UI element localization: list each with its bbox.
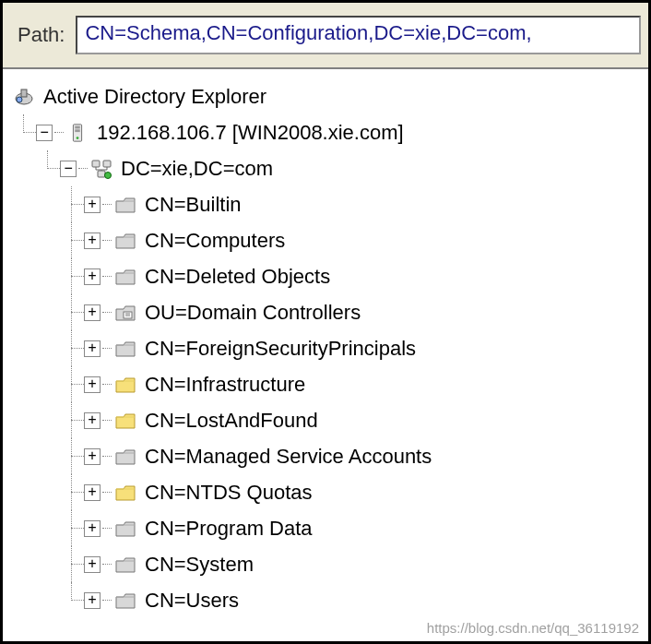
expander-plus[interactable]: + — [84, 304, 101, 321]
folder-icon — [113, 481, 137, 505]
tree-item[interactable]: +CN=Computers — [12, 222, 641, 258]
container-icon — [113, 445, 137, 469]
expander-plus[interactable]: + — [84, 340, 101, 357]
server-icon — [65, 121, 89, 145]
tree-item-label: CN=Users — [145, 590, 239, 611]
folder-icon — [113, 409, 137, 433]
tree-root[interactable]: Active Directory Explorer — [12, 78, 641, 114]
tree-item-label: CN=Managed Service Accounts — [145, 447, 432, 467]
tree-item[interactable]: +CN=Managed Service Accounts — [12, 438, 641, 474]
tree-item[interactable]: +CN=Users — [12, 582, 641, 618]
expander-plus[interactable]: + — [84, 556, 101, 573]
container-icon — [113, 337, 137, 361]
tree-item-label: CN=LostAndFound — [145, 411, 318, 431]
path-input[interactable]: CN=Schema,CN=Configuration,DC=xie,DC=com… — [76, 16, 641, 54]
tree-item[interactable]: +CN=Infrastructure — [12, 366, 641, 402]
expander-plus[interactable]: + — [84, 233, 101, 249]
expander-plus[interactable]: + — [84, 376, 101, 393]
tree-item-label: CN=System — [145, 555, 254, 575]
tree-item-label: CN=NTDS Quotas — [145, 483, 313, 503]
watermark: https://blog.csdn.net/qq_36119192 — [427, 620, 639, 636]
explorer-icon — [12, 85, 36, 109]
tree-item[interactable]: +OU=Domain Controllers — [12, 294, 641, 330]
tree-item[interactable]: +CN=Program Data — [12, 510, 641, 546]
expander-plus[interactable]: + — [84, 412, 101, 429]
tree-item-label: OU=Domain Controllers — [145, 303, 361, 323]
container-icon — [113, 265, 137, 289]
expander-plus[interactable]: + — [84, 592, 101, 609]
expander-plus[interactable]: + — [84, 197, 101, 213]
tree-domain[interactable]: − DC=xie,DC=com — [12, 150, 641, 186]
tree-root-label: Active Directory Explorer — [43, 87, 266, 107]
expander-minus[interactable]: − — [60, 161, 77, 177]
tree-item[interactable]: +CN=Builtin — [12, 186, 641, 222]
expander-plus[interactable]: + — [84, 448, 101, 465]
tree-item[interactable]: +CN=ForeignSecurityPrincipals — [12, 330, 641, 366]
tree-item[interactable]: +CN=Deleted Objects — [12, 258, 641, 294]
expander-minus[interactable]: − — [36, 125, 53, 141]
tree-item-label: CN=Computers — [145, 231, 285, 251]
tree-server-label: 192.168.106.7 [WIN2008.xie.com] — [97, 123, 404, 143]
tree-item[interactable]: +CN=NTDS Quotas — [12, 474, 641, 510]
tree-item[interactable]: +CN=LostAndFound — [12, 402, 641, 438]
tree-item-label: CN=Builtin — [145, 195, 242, 215]
expander-plus[interactable]: + — [84, 484, 101, 501]
tree-server[interactable]: − 192.168.106.7 [WIN2008.xie.com] — [12, 114, 641, 150]
container-icon — [113, 589, 137, 613]
tree-item[interactable]: +CN=System — [12, 546, 641, 582]
container-icon — [113, 229, 137, 253]
tree-item-label: CN=ForeignSecurityPrincipals — [145, 339, 416, 359]
tree-view[interactable]: Active Directory Explorer − 192.168.106.… — [3, 69, 648, 627]
path-bar: Path: CN=Schema,CN=Configuration,DC=xie,… — [3, 3, 648, 69]
tree-item-label: CN=Infrastructure — [145, 375, 305, 395]
tree-domain-label: DC=xie,DC=com — [121, 159, 273, 179]
path-label: Path: — [18, 23, 65, 47]
tree-item-label: CN=Program Data — [145, 519, 313, 539]
expander-plus[interactable]: + — [84, 268, 101, 285]
container-icon — [113, 517, 137, 541]
container-icon — [113, 553, 137, 577]
folder-icon — [113, 373, 137, 397]
container-icon — [113, 193, 137, 217]
ou-icon — [113, 301, 137, 325]
domain-icon — [89, 157, 113, 181]
tree-item-label: CN=Deleted Objects — [145, 267, 330, 287]
expander-plus[interactable]: + — [84, 520, 101, 537]
